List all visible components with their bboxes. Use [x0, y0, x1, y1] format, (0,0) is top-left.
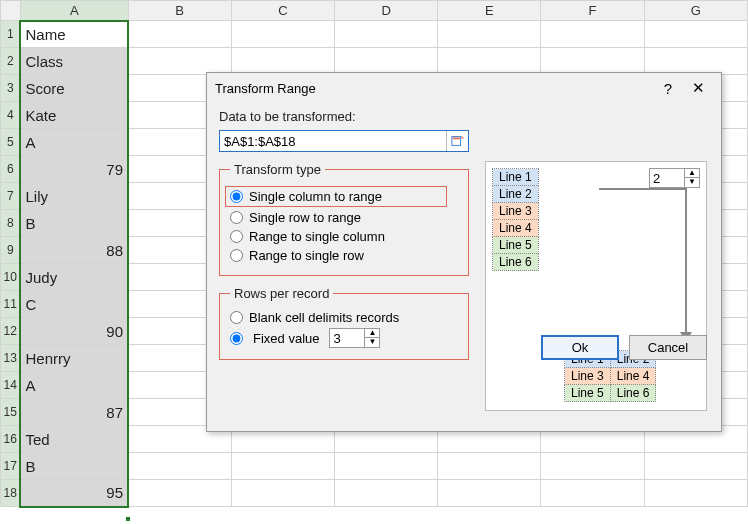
- preview-cell: Line 6: [493, 254, 539, 271]
- select-all-corner[interactable]: [1, 1, 21, 21]
- radio-single-column-to-range[interactable]: [230, 190, 243, 203]
- cell[interactable]: [541, 480, 644, 507]
- range-input-group: [219, 130, 469, 152]
- cell[interactable]: Henrry: [20, 345, 128, 372]
- row-header[interactable]: 11: [1, 291, 21, 318]
- radio-single-row-to-range[interactable]: [230, 211, 243, 224]
- cell[interactable]: [644, 21, 747, 48]
- cell[interactable]: C: [20, 291, 128, 318]
- cell[interactable]: 79: [20, 156, 128, 183]
- row-header[interactable]: 10: [1, 264, 21, 291]
- close-button[interactable]: ✕: [683, 76, 713, 100]
- cell[interactable]: [335, 453, 438, 480]
- opt-label: Single column to range: [249, 189, 382, 204]
- cell[interactable]: [231, 48, 334, 75]
- row-header[interactable]: 17: [1, 453, 21, 480]
- row-header[interactable]: 2: [1, 48, 21, 75]
- cell[interactable]: 95: [20, 480, 128, 507]
- cell[interactable]: Lily: [20, 183, 128, 210]
- cell[interactable]: B: [20, 210, 128, 237]
- row-header[interactable]: 14: [1, 372, 21, 399]
- row-header[interactable]: 16: [1, 426, 21, 453]
- radio-range-to-single-row[interactable]: [230, 249, 243, 262]
- row-header[interactable]: 1: [1, 21, 21, 48]
- cell[interactable]: [335, 21, 438, 48]
- cell[interactable]: [335, 480, 438, 507]
- col-header-E[interactable]: E: [438, 1, 541, 21]
- opt-single-row-to-range[interactable]: Single row to range: [230, 210, 458, 225]
- cell[interactable]: [128, 48, 231, 75]
- fixed-value-input[interactable]: [330, 331, 364, 346]
- row-header[interactable]: 7: [1, 183, 21, 210]
- opt-range-to-single-row[interactable]: Range to single row: [230, 248, 458, 263]
- preview-cell: Line 5: [493, 237, 539, 254]
- cell[interactable]: [438, 453, 541, 480]
- cell[interactable]: [231, 453, 334, 480]
- preview-cell: Line 1: [493, 169, 539, 186]
- ok-button[interactable]: Ok: [541, 335, 619, 360]
- cell[interactable]: [644, 453, 747, 480]
- fill-handle[interactable]: [125, 516, 131, 522]
- cell[interactable]: A: [20, 372, 128, 399]
- cell[interactable]: [128, 453, 231, 480]
- col-header-C[interactable]: C: [231, 1, 334, 21]
- cell[interactable]: [128, 21, 231, 48]
- col-header-D[interactable]: D: [335, 1, 438, 21]
- cell[interactable]: [438, 21, 541, 48]
- row-header[interactable]: 6: [1, 156, 21, 183]
- cell[interactable]: [335, 48, 438, 75]
- cell[interactable]: 88: [20, 237, 128, 264]
- cell[interactable]: Name: [20, 21, 128, 48]
- cell[interactable]: [231, 480, 334, 507]
- cell[interactable]: Kate: [20, 102, 128, 129]
- col-header-G[interactable]: G: [644, 1, 747, 21]
- help-button[interactable]: ?: [653, 76, 683, 100]
- preview-cols-spinner[interactable]: ▲ ▼: [649, 168, 700, 188]
- cell[interactable]: Score: [20, 75, 128, 102]
- cell[interactable]: 90: [20, 318, 128, 345]
- radio-blank-cell-delimits[interactable]: [230, 311, 243, 324]
- preview-cols-input[interactable]: [650, 171, 684, 186]
- radio-range-to-single-column[interactable]: [230, 230, 243, 243]
- opt-range-to-single-column[interactable]: Range to single column: [230, 229, 458, 244]
- cell[interactable]: [438, 48, 541, 75]
- spinner-down-icon[interactable]: ▼: [365, 338, 379, 347]
- cell[interactable]: [231, 21, 334, 48]
- cell[interactable]: Judy: [20, 264, 128, 291]
- dialog-titlebar[interactable]: Transform Range ? ✕: [207, 73, 721, 103]
- preview-cell: Line 4: [610, 368, 656, 385]
- range-picker-icon[interactable]: [446, 131, 468, 151]
- row-header[interactable]: 4: [1, 102, 21, 129]
- row-header[interactable]: 18: [1, 480, 21, 507]
- cell[interactable]: [541, 48, 644, 75]
- cell[interactable]: [644, 48, 747, 75]
- row-header[interactable]: 5: [1, 129, 21, 156]
- cell[interactable]: 87: [20, 399, 128, 426]
- cell[interactable]: [128, 480, 231, 507]
- fixed-value-spinner[interactable]: ▲ ▼: [329, 328, 380, 348]
- cell[interactable]: [644, 480, 747, 507]
- row-header[interactable]: 15: [1, 399, 21, 426]
- row-header[interactable]: 8: [1, 210, 21, 237]
- transform-type-group: Transform type Single column to range Si…: [219, 162, 469, 276]
- col-header-A[interactable]: A: [20, 1, 128, 21]
- cell[interactable]: [541, 21, 644, 48]
- cell[interactable]: Class: [20, 48, 128, 75]
- range-input[interactable]: [220, 132, 446, 151]
- opt-blank-cell-delimits[interactable]: Blank cell delimits records: [230, 310, 458, 325]
- opt-fixed-value[interactable]: Fixed value ▲ ▼: [230, 328, 458, 348]
- cell[interactable]: [541, 453, 644, 480]
- col-header-F[interactable]: F: [541, 1, 644, 21]
- cell[interactable]: Ted: [20, 426, 128, 453]
- row-header[interactable]: 13: [1, 345, 21, 372]
- cancel-button[interactable]: Cancel: [629, 335, 707, 360]
- cell[interactable]: B: [20, 453, 128, 480]
- row-header[interactable]: 12: [1, 318, 21, 345]
- col-header-B[interactable]: B: [128, 1, 231, 21]
- radio-fixed-value[interactable]: [230, 332, 243, 345]
- cell[interactable]: A: [20, 129, 128, 156]
- opt-single-column-to-range[interactable]: Single column to range: [226, 187, 446, 206]
- row-header[interactable]: 9: [1, 237, 21, 264]
- row-header[interactable]: 3: [1, 75, 21, 102]
- cell[interactable]: [438, 480, 541, 507]
